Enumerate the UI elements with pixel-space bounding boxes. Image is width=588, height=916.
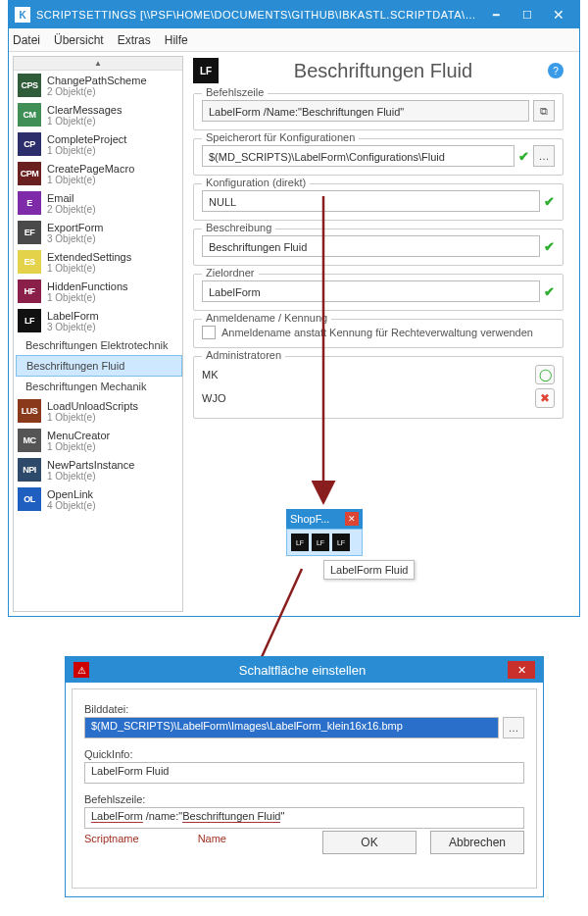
label-imagefile: Bilddatei:	[84, 703, 524, 715]
sidebar-item-count: 2 Objekt(e)	[47, 204, 95, 215]
menubar: Datei Übersicht Extras Hilfe	[9, 28, 579, 52]
menu-overview[interactable]: Übersicht	[54, 33, 104, 47]
check-icon: ✔	[544, 194, 555, 209]
credentials-label: Anmeldename anstatt Kennung für Rechteve…	[221, 327, 533, 338]
sidebar-item-completeproject[interactable]: CPCompleteProject1 Objekt(e)	[14, 129, 182, 159]
menu-file[interactable]: Datei	[13, 33, 40, 47]
sidebar-item-label: ExtendedSettings	[47, 251, 131, 263]
sidebar-item-count: 1 Objekt(e)	[47, 116, 122, 127]
minimize-icon[interactable]: ━	[481, 5, 511, 25]
commandline-input[interactable]: LabelForm /name:"Beschriftungen Fluid"	[84, 807, 524, 829]
dialog-close-icon[interactable]: ✕	[508, 661, 535, 679]
help-icon[interactable]: ?	[548, 63, 564, 78]
group-commandline: Befehlszeile LabelForm /Name:"Beschriftu…	[193, 93, 564, 130]
script-list[interactable]: ▲ CPSChangePathScheme2 Objekt(e)CMClearM…	[13, 56, 183, 612]
admin-remove-button[interactable]: ✖	[535, 388, 555, 408]
cmd-sep: /name:"	[143, 810, 183, 822]
label-quickinfo: QuickInfo:	[84, 748, 524, 760]
legend-config-path: Speicherort für Konfigurationen	[202, 131, 359, 143]
maximize-icon[interactable]: ☐	[513, 5, 542, 25]
toolbar-item-icon[interactable]: LF	[332, 534, 350, 551]
sidebar-item-icon: CM	[18, 103, 41, 127]
sidebar-item-newpartsinstance[interactable]: NPINewPartsInstance1 Objekt(e)	[14, 455, 182, 484]
legend-admins: Administratoren	[202, 349, 285, 361]
sidebar-item-changepathscheme[interactable]: CPSChangePathScheme2 Objekt(e)	[14, 71, 182, 100]
app-logo-icon: K	[15, 7, 30, 23]
sidebar-sub-elektrotechnik[interactable]: Beschriftungen Elektrotechnik	[16, 335, 182, 355]
imagefile-browse-button[interactable]: …	[503, 717, 524, 738]
tag-scriptname: Scriptname	[84, 833, 139, 854]
legend-description: Beschreibung	[202, 222, 275, 233]
sidebar-item-menucreator[interactable]: MCMenuCreator1 Objekt(e)	[14, 426, 182, 455]
description-input[interactable]: Beschriftungen Fluid	[202, 235, 540, 257]
sidebar-item-count: 1 Objekt(e)	[47, 263, 131, 274]
sidebar-item-label: ClearMessages	[47, 104, 122, 116]
config-path-input[interactable]: $(MD_SCRIPTS)\LabelForm\Configurations\F…	[202, 145, 514, 167]
sidebar-item-label: OpenLink	[47, 488, 95, 500]
dialog-title: Schaltfläche einstellen	[97, 663, 508, 678]
toolbar-item-icon[interactable]: LF	[312, 534, 329, 551]
imagefile-input[interactable]: $(MD_SCRIPTS)\LabelForm\Images\LabelForm…	[84, 717, 499, 738]
sidebar-item-count: 2 Objekt(e)	[47, 86, 147, 97]
sidebar-item-createpagemacro[interactable]: CPMCreatePageMacro1 Objekt(e)	[14, 159, 182, 188]
config-direct-input[interactable]: NULL	[202, 190, 540, 212]
sidebar-item-icon: MC	[18, 429, 41, 452]
tag-name: Name	[198, 833, 226, 854]
sidebar-item-icon: LF	[18, 309, 41, 332]
sidebar-item-icon: E	[18, 191, 41, 215]
legend-target-folder: Zielordner	[202, 267, 259, 279]
sidebar-item-count: 1 Objekt(e)	[47, 292, 128, 303]
toolbar-item-icon[interactable]: LF	[291, 534, 309, 551]
toolbar-close-icon[interactable]: ✕	[345, 512, 359, 526]
sidebar-item-email[interactable]: EEmail2 Objekt(e)	[14, 188, 182, 218]
sidebar-item-label: CompleteProject	[47, 133, 126, 145]
sidebar-item-clearmessages[interactable]: CMClearMessages1 Objekt(e)	[14, 100, 182, 129]
cancel-button[interactable]: Abbrechen	[430, 831, 524, 854]
browse-button[interactable]: …	[533, 145, 555, 167]
group-admins: Administratoren MK ◯ WJO ✖	[193, 356, 564, 419]
sidebar-item-loadunloadscripts[interactable]: LUSLoadUnloadScripts1 Objekt(e)	[14, 396, 182, 426]
toolbar-popup[interactable]: ShopF... ✕ LF LF LF	[286, 509, 363, 556]
sidebar-item-openlink[interactable]: OLOpenLink4 Objekt(e)	[14, 484, 182, 514]
detail-pane: LF Beschriftungen Fluid ? Befehlszeile L…	[187, 52, 579, 616]
sidebar-item-icon: NPI	[18, 458, 41, 482]
admin-add-button[interactable]: ◯	[535, 365, 555, 384]
sidebar-sub-mechanik[interactable]: Beschriftungen Mechanik	[16, 377, 182, 396]
target-folder-input[interactable]: LabelForm	[202, 280, 540, 302]
quickinfo-input[interactable]: LabelForm Fluid	[84, 762, 524, 784]
menu-extras[interactable]: Extras	[118, 33, 151, 47]
admin-entry: MK	[202, 369, 219, 381]
sidebar-item-label: ExportForm	[47, 222, 103, 233]
sidebar-item-label: Email	[47, 192, 95, 204]
scroll-up-icon[interactable]: ▲	[14, 57, 182, 71]
cmd-scriptname: LabelForm	[91, 810, 143, 823]
credentials-checkbox[interactable]	[202, 326, 216, 339]
sidebar-item-count: 1 Objekt(e)	[47, 441, 110, 452]
ok-button[interactable]: OK	[322, 831, 416, 854]
commandline-value: LabelForm /Name:"Beschriftungen Fluid"	[202, 100, 529, 122]
sidebar-item-label: LoadUnloadScripts	[47, 400, 138, 412]
group-credentials: Anmeldename / Kennung Anmeldename anstat…	[193, 319, 564, 348]
toolbar-tooltip: LabelForm Fluid	[323, 560, 415, 580]
sidebar-item-icon: LUS	[18, 399, 41, 423]
sidebar-item-hiddenfunctions[interactable]: HFHiddenFunctions1 Objekt(e)	[14, 277, 182, 306]
dialog-titlebar[interactable]: ⚠ Schaltfläche einstellen ✕	[66, 657, 543, 683]
toolbar-title: ShopF...	[290, 513, 329, 525]
legend-credentials: Anmeldename / Kennung	[202, 312, 331, 324]
window1-titlebar[interactable]: K SCRIPTSETTINGS [\\PSF\HOME\DOCUMENTS\G…	[9, 1, 579, 28]
sidebar-item-label: ChangePathScheme	[47, 75, 147, 86]
sidebar-item-labelform[interactable]: LFLabelForm3 Objekt(e)	[14, 306, 182, 335]
sidebar-item-exportform[interactable]: EFExportForm3 Objekt(e)	[14, 218, 182, 247]
sidebar-item-count: 1 Objekt(e)	[47, 412, 138, 423]
sidebar-sub-fluid[interactable]: Beschriftungen Fluid	[16, 355, 182, 377]
sidebar-item-extendedsettings[interactable]: ESExtendedSettings1 Objekt(e)	[14, 247, 182, 277]
menu-help[interactable]: Hilfe	[165, 33, 188, 47]
copy-button[interactable]: ⧉	[533, 100, 555, 122]
sidebar-item-count: 4 Objekt(e)	[47, 500, 95, 511]
cmd-end: "	[280, 810, 284, 822]
sidebar-item-label: CreatePageMacro	[47, 163, 134, 175]
sidebar-item-icon: CP	[18, 132, 41, 156]
sidebar-item-count: 1 Objekt(e)	[47, 175, 134, 185]
labelform-badge-icon: LF	[193, 58, 219, 83]
close-icon[interactable]: ✕	[544, 5, 573, 25]
